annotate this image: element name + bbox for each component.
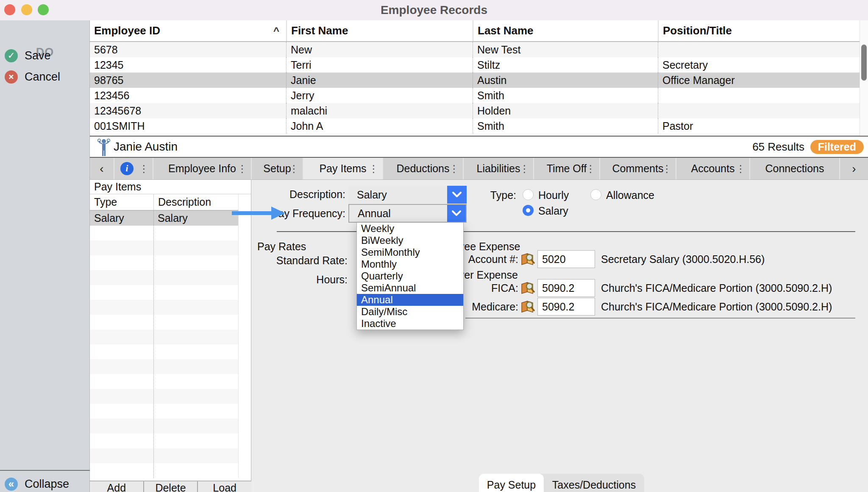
account-lookup-icon[interactable] [520, 281, 535, 294]
tab-taxes-deductions[interactable]: Taxes/Deductions [544, 474, 644, 492]
tab-options-dots-icon[interactable]: ⋮ [289, 163, 299, 174]
save-button[interactable]: ✓ Save [0, 47, 90, 64]
pay-items-scrollbar-track[interactable] [238, 194, 251, 478]
pay-item-row-empty[interactable] [90, 255, 238, 270]
tab-setup[interactable]: Setup⋮ [251, 158, 303, 179]
pay-item-row-empty[interactable] [90, 433, 238, 448]
tab-info[interactable]: i ⋮ [114, 158, 153, 179]
tab-accounts[interactable]: Accounts⋮ [676, 158, 749, 179]
pay-item-row-empty[interactable] [90, 226, 238, 240]
dropdown-option[interactable]: SemiMonthly [357, 246, 463, 258]
pay-item-row-empty[interactable] [90, 359, 238, 374]
delete-pay-item-button[interactable]: Delete [143, 481, 198, 492]
column-header-first-name[interactable]: First Name [286, 20, 473, 41]
dropdown-option[interactable]: SemiAnnual [357, 282, 463, 294]
pay-item-row-empty[interactable] [90, 300, 238, 315]
pay-item-row-empty[interactable] [90, 270, 238, 285]
tab-options-dots-icon[interactable]: ⋮ [369, 163, 378, 174]
tab-connections[interactable]: Connections [749, 158, 839, 179]
cell-first-name: John A [286, 118, 473, 134]
tab-options-dots-icon[interactable]: ⋮ [586, 163, 595, 174]
description-dropdown[interactable]: Salary [348, 186, 467, 204]
tab-comments[interactable]: Comments⋮ [599, 158, 676, 179]
pay-frequency-dropdown-button[interactable] [447, 205, 466, 222]
pay-item-row-empty[interactable] [90, 285, 238, 300]
pay-frequency-dropdown[interactable]: Annual [348, 204, 467, 223]
column-header-last-name[interactable]: Last Name [473, 20, 658, 41]
load-pay-item-button[interactable]: Load [197, 481, 251, 492]
type-option-allowance-label[interactable]: Allowance [606, 189, 654, 201]
cell-employee-id: 001SMITH [90, 118, 286, 134]
collapse-button[interactable]: « Collapse [0, 475, 90, 492]
type-option-hourly-label[interactable]: Hourly [538, 189, 569, 201]
pay-item-row-empty[interactable] [90, 463, 238, 478]
tab-options-dots-icon[interactable]: ⋮ [449, 163, 459, 174]
scrollbar-thumb[interactable] [861, 45, 867, 81]
pay-item-row-empty[interactable] [90, 448, 238, 463]
dropdown-option[interactable]: Monthly [357, 258, 463, 270]
dropdown-option[interactable]: Quarterly [357, 270, 463, 282]
table-row[interactable]: 5678 New New Test [90, 42, 860, 57]
column-header-description[interactable]: Description [153, 194, 238, 210]
filtered-badge[interactable]: Filtered [810, 140, 864, 154]
tab-options-dots-icon[interactable]: ⋮ [662, 163, 672, 174]
type-radio-salary-selected[interactable] [523, 205, 534, 216]
dropdown-option[interactable]: Weekly [357, 223, 463, 235]
cell-last-name: Holden [473, 103, 658, 118]
tab-deductions[interactable]: Deductions⋮ [382, 158, 463, 179]
column-header-position-title[interactable]: Position/Title [658, 20, 860, 41]
pay-item-row-selected[interactable]: Salary Salary [90, 211, 238, 226]
type-radio-hourly[interactable] [523, 189, 534, 200]
tabs-scroll-left-button[interactable]: ‹ [90, 158, 114, 179]
tab-label: Pay Items [319, 162, 366, 175]
pay-item-row-empty[interactable] [90, 374, 238, 389]
pay-item-description: Salary [153, 211, 238, 226]
tab-time-off[interactable]: Time Off⋮ [533, 158, 599, 179]
cell-position [658, 42, 860, 57]
dropdown-option[interactable]: BiWeekly [357, 235, 463, 246]
pay-item-row-empty[interactable] [90, 330, 238, 344]
record-header-bar: Janie Austin 65 Results Filtered [90, 136, 868, 158]
tab-options-dots-icon[interactable]: ⋮ [237, 163, 247, 174]
pay-item-row-empty[interactable] [90, 389, 238, 404]
employee-table: Employee ID ^ First Name Last Name Posit… [90, 20, 868, 136]
table-row[interactable]: 123456 Jerry Smith [90, 88, 860, 103]
table-scrollbar[interactable] [860, 20, 868, 136]
column-header-type[interactable]: Type [90, 194, 153, 210]
add-pay-item-button[interactable]: Add [90, 481, 143, 492]
pay-item-row-empty[interactable] [90, 404, 238, 419]
description-dropdown-button[interactable] [447, 186, 467, 204]
tab-label: Liabilities [477, 162, 520, 175]
account-lookup-icon[interactable] [520, 300, 535, 313]
person-icon [96, 139, 112, 157]
table-row[interactable]: 12345 Terri Stiltz Secretary [90, 57, 860, 73]
pay-item-row-empty[interactable] [90, 240, 238, 255]
dropdown-option[interactable]: Inactive [357, 318, 463, 330]
table-row[interactable]: 001SMITH John A Smith Pastor [90, 118, 860, 134]
table-row-selected[interactable]: 98765 Janie Austin Office Manager [90, 73, 860, 88]
pay-item-row-empty[interactable] [90, 315, 238, 330]
tab-employee-info[interactable]: Employee Info⋮ [153, 158, 251, 179]
table-row[interactable]: 12345678 malachi Holden [90, 103, 860, 118]
pay-item-row-empty[interactable] [90, 419, 238, 433]
pay-item-row-empty[interactable] [90, 344, 238, 359]
type-option-salary-label[interactable]: Salary [538, 205, 568, 217]
tab-pay-setup-active[interactable]: Pay Setup [479, 474, 544, 492]
cancel-x-icon: × [5, 70, 18, 84]
dropdown-option[interactable]: Daily/Misc [357, 306, 463, 318]
fica-account-input[interactable] [537, 279, 595, 297]
dropdown-option-highlighted[interactable]: Annual [357, 294, 463, 306]
cancel-button[interactable]: × Cancel [0, 68, 90, 86]
tab-options-dots-icon[interactable]: ⋮ [736, 163, 746, 174]
account-lookup-icon[interactable] [520, 252, 535, 265]
medicare-account-input[interactable] [537, 298, 595, 316]
tab-pay-items[interactable]: Pay Items⋮ [303, 158, 382, 179]
tab-options-dots-icon[interactable]: ⋮ [139, 163, 149, 174]
account-number-input[interactable] [537, 250, 595, 268]
tabs-scroll-right-button[interactable]: › [839, 158, 868, 179]
cell-first-name: New [286, 42, 473, 57]
tab-liabilities[interactable]: Liabilities⋮ [463, 158, 533, 179]
tab-options-dots-icon[interactable]: ⋮ [520, 163, 529, 174]
column-header-employee-id[interactable]: Employee ID ^ [90, 20, 286, 41]
type-radio-allowance[interactable] [590, 189, 601, 200]
